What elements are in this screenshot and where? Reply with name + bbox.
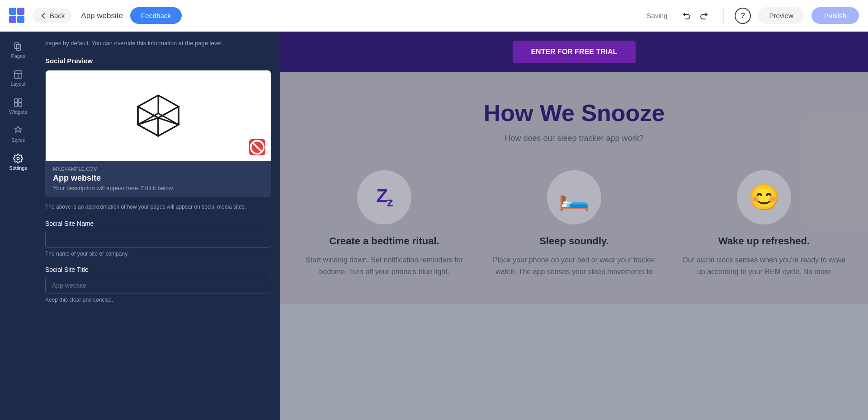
feature-3-title: Wake up refreshed. xyxy=(718,235,810,247)
feature-3-desc: Our alarm clock senses when you're ready… xyxy=(678,254,850,277)
social-site-name-group: Social Site Name The name of your site o… xyxy=(45,220,271,257)
social-site-title-input[interactable] xyxy=(45,277,271,294)
cube-icon xyxy=(118,75,199,156)
social-site-title-group: Social Site Title Keep this clear and co… xyxy=(45,266,271,303)
preview-site-title: App website xyxy=(53,173,264,183)
icon-sidebar: Pages Layout Widgets Styles xyxy=(0,32,36,420)
back-button[interactable]: Back xyxy=(33,8,72,23)
help-icon: ? xyxy=(741,12,745,20)
settings-icon xyxy=(13,154,23,163)
canvas-features-grid: Zz Create a bedtime ritual. Start windin… xyxy=(298,170,850,277)
svg-rect-4 xyxy=(15,43,19,49)
social-site-name-label: Social Site Name xyxy=(45,220,271,227)
feature-1-desc: Start winding down. Set notification rem… xyxy=(298,254,470,277)
svg-rect-9 xyxy=(14,99,18,102)
social-site-name-input[interactable] xyxy=(45,231,271,248)
svg-rect-1 xyxy=(17,8,24,15)
feature-1-title: Create a bedtime ritual. xyxy=(329,235,439,247)
svg-line-23 xyxy=(138,107,158,118)
svg-rect-5 xyxy=(16,44,20,50)
feature-1-icon: Zz xyxy=(357,170,411,224)
pages-label: Pages xyxy=(11,53,25,59)
divider xyxy=(723,8,724,24)
svg-rect-0 xyxy=(9,8,16,15)
sidebar-item-widgets[interactable]: Widgets xyxy=(2,93,34,119)
widgets-icon xyxy=(13,98,23,107)
canvas-section-subtitle: How does our sleep tracker app work? xyxy=(298,134,850,143)
ban-icon xyxy=(249,107,265,188)
undo-redo-group xyxy=(678,8,712,24)
smile-icon: 😊 xyxy=(748,182,780,212)
settings-label: Settings xyxy=(9,165,27,171)
social-preview-section: Social Preview xyxy=(45,57,271,211)
preview-url: MY.EXAMPLE.COM xyxy=(53,166,264,172)
svg-rect-10 xyxy=(19,99,22,102)
topbar: Back App website Feedback Saving ? Previ… xyxy=(0,0,868,32)
feedback-button[interactable]: Feedback xyxy=(130,7,182,24)
svg-line-22 xyxy=(158,95,179,107)
social-site-name-hint: The name of your site or company. xyxy=(45,251,271,257)
back-label: Back xyxy=(50,12,65,19)
svg-line-27 xyxy=(158,125,179,136)
canvas-feature-2: 🛏️ Sleep soundly. Place your phone on yo… xyxy=(488,170,660,277)
canvas-cta-button[interactable]: ENTER FOR FREE TRIAL xyxy=(513,41,635,63)
layout-label: Layout xyxy=(10,81,25,87)
feature-2-title: Sleep soundly. xyxy=(539,235,609,247)
preview-site-desc: Your description will appear here. Edit … xyxy=(53,185,264,191)
layout-icon xyxy=(13,70,23,79)
social-preview-card: MY.EXAMPLE.COM App website Your descript… xyxy=(45,70,271,197)
canvas-main-section: How We Snooze How does our sleep tracker… xyxy=(280,72,868,304)
svg-line-24 xyxy=(158,107,179,118)
social-preview-image-area xyxy=(46,70,271,161)
svg-rect-2 xyxy=(9,16,16,23)
help-button[interactable]: ? xyxy=(735,8,751,24)
main-layout: Pages Layout Widgets Styles xyxy=(0,32,868,420)
preview-button[interactable]: Preview xyxy=(758,7,804,24)
feature-2-desc: Place your phone on your bed or wear you… xyxy=(488,254,660,277)
saving-status: Saving xyxy=(647,12,668,19)
social-site-title-hint: Keep this clear and concise. xyxy=(45,297,271,303)
undo-button[interactable] xyxy=(678,8,694,24)
social-preview-hint: The above is an approximation of how you… xyxy=(45,203,271,211)
svg-rect-3 xyxy=(17,16,24,23)
zzz-icon: Zz xyxy=(376,185,392,210)
svg-point-13 xyxy=(17,157,19,160)
canvas-area: ENTER FOR FREE TRIAL How We Snooze How d… xyxy=(280,32,868,420)
social-preview-title: Social Preview xyxy=(45,57,271,65)
sidebar-item-settings[interactable]: Settings xyxy=(2,149,34,175)
site-name: App website xyxy=(81,11,123,20)
pages-icon xyxy=(13,42,23,51)
remove-image-button[interactable] xyxy=(249,139,265,155)
redo-button[interactable] xyxy=(696,8,712,24)
canvas-section-title: How We Snooze xyxy=(298,99,850,126)
svg-rect-11 xyxy=(14,103,18,106)
settings-panel: pages by default. You can override this … xyxy=(36,32,280,420)
svg-line-21 xyxy=(138,95,158,107)
styles-icon xyxy=(13,126,23,135)
canvas-top-banner: ENTER FOR FREE TRIAL xyxy=(280,32,868,72)
svg-line-26 xyxy=(138,125,158,136)
social-preview-meta: MY.EXAMPLE.COM App website Your descript… xyxy=(46,161,271,197)
feature-2-icon: 🛏️ xyxy=(547,170,601,224)
svg-rect-12 xyxy=(19,103,22,106)
publish-button[interactable]: Publish xyxy=(811,7,859,24)
widgets-label: Widgets xyxy=(9,109,27,115)
bed-icon: 🛏️ xyxy=(558,182,590,212)
svg-line-33 xyxy=(252,142,262,152)
sidebar-item-layout[interactable]: Layout xyxy=(2,65,34,91)
feature-3-icon: 😊 xyxy=(737,170,791,224)
sidebar-item-styles[interactable]: Styles xyxy=(2,121,34,147)
social-site-title-label: Social Site Title xyxy=(45,266,271,273)
sidebar-item-pages[interactable]: Pages xyxy=(2,37,34,63)
panel-intro-text: pages by default. You can override this … xyxy=(45,32,271,53)
canvas-feature-3: 😊 Wake up refreshed. Our alarm clock sen… xyxy=(678,170,850,277)
app-logo xyxy=(9,8,25,24)
canvas-feature-1: Zz Create a bedtime ritual. Start windin… xyxy=(298,170,470,277)
styles-label: Styles xyxy=(11,137,25,143)
